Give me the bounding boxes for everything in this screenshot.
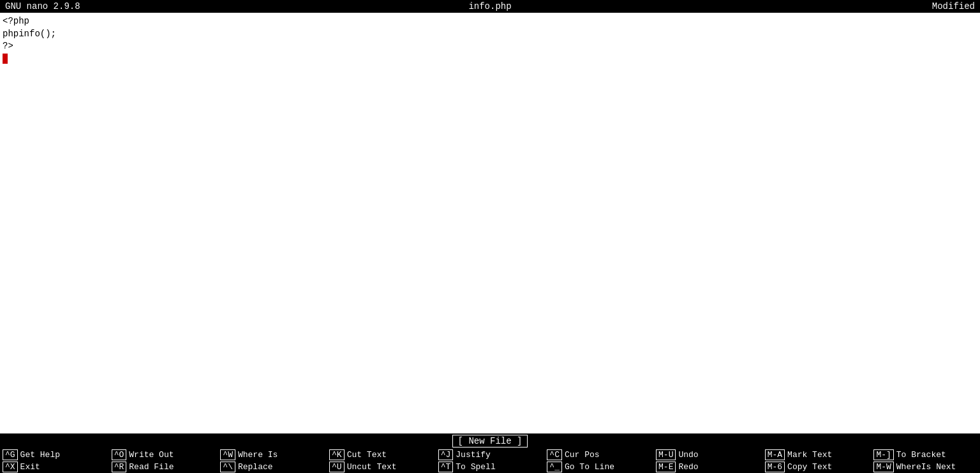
shortcut-item[interactable]: ^CCur Pos xyxy=(544,449,653,460)
shortcut-key: ^U xyxy=(329,462,345,472)
shortcut-key: ^X xyxy=(3,462,18,472)
shortcut-key: ^G xyxy=(3,449,18,460)
shortcut-label: Exit xyxy=(20,462,40,472)
shortcut-bar-row2: ^XExit^RRead File^\Replace^UUncut Text^T… xyxy=(0,461,980,473)
shortcut-key: ^C xyxy=(547,449,562,460)
modified-status: Modified xyxy=(651,1,975,11)
shortcut-label: Copy Text xyxy=(787,462,832,472)
shortcut-label: Get Help xyxy=(20,450,60,460)
shortcut-key: ^_ xyxy=(547,462,562,472)
shortcut-key: M-U xyxy=(656,449,676,460)
shortcut-label: WhereIs Next xyxy=(896,462,956,472)
app-name: GNU nano 2.9.8 xyxy=(5,1,329,11)
shortcut-item[interactable]: ^RRead File xyxy=(109,462,218,472)
text-cursor xyxy=(3,54,8,64)
shortcut-item[interactable]: M-WWhereIs Next xyxy=(871,462,980,472)
shortcut-label: Go To Line xyxy=(565,462,614,472)
shortcut-label: Read File xyxy=(129,462,174,472)
editor-line: phpinfo(); xyxy=(3,28,977,41)
shortcut-label: Uncut Text xyxy=(347,462,397,472)
shortcut-item[interactable]: ^JJustify xyxy=(436,449,545,460)
shortcut-key: ^T xyxy=(438,462,454,472)
shortcut-key: ^J xyxy=(438,449,454,460)
shortcut-item[interactable]: M-UUndo xyxy=(653,449,762,460)
shortcut-label: Cut Text xyxy=(347,450,387,460)
shortcut-item[interactable]: ^WWhere Is xyxy=(218,449,327,460)
shortcut-key: ^O xyxy=(112,449,127,460)
shortcut-label: Cur Pos xyxy=(565,450,600,460)
shortcut-key: ^\ xyxy=(220,462,235,472)
shortcut-item[interactable]: M-ERedo xyxy=(653,462,762,472)
shortcut-item[interactable]: M-]To Bracket xyxy=(871,449,980,460)
shortcut-bar-row1: ^GGet Help^OWrite Out^WWhere Is^KCut Tex… xyxy=(0,449,980,461)
shortcut-item[interactable]: ^\Replace xyxy=(218,462,327,472)
shortcut-label: Mark Text xyxy=(787,450,832,460)
shortcut-label: Replace xyxy=(238,462,273,472)
shortcut-item[interactable]: ^KCut Text xyxy=(327,449,436,460)
shortcut-item[interactable]: ^OWrite Out xyxy=(109,449,218,460)
shortcut-item[interactable]: ^XExit xyxy=(0,462,109,472)
shortcut-item[interactable]: ^_Go To Line xyxy=(544,462,653,472)
editor-line: ?> xyxy=(3,40,977,53)
shortcut-key: ^R xyxy=(112,462,127,472)
notification-box: [ New File ] xyxy=(452,435,528,448)
title-bar: GNU nano 2.9.8 info.php Modified xyxy=(0,0,980,13)
shortcut-label: Where Is xyxy=(238,450,278,460)
shortcut-label: Undo xyxy=(678,450,698,460)
shortcut-label: To Bracket xyxy=(896,450,946,460)
shortcut-key: M-A xyxy=(765,449,785,460)
shortcut-key: M-] xyxy=(873,449,893,460)
shortcut-item[interactable]: ^UUncut Text xyxy=(327,462,436,472)
editor-content: <?phpphpinfo();?> xyxy=(3,15,977,65)
shortcut-key: ^W xyxy=(220,449,235,460)
shortcut-item[interactable]: M-AMark Text xyxy=(762,449,872,460)
notification-bar: [ New File ] xyxy=(0,433,980,449)
shortcut-item[interactable]: ^TTo Spell xyxy=(436,462,545,472)
filename: info.php xyxy=(329,1,652,11)
shortcut-key: M-W xyxy=(873,462,893,472)
shortcut-label: Redo xyxy=(678,462,698,472)
shortcut-key: M-6 xyxy=(765,462,785,472)
shortcut-key: ^K xyxy=(329,449,345,460)
shortcut-label: To Spell xyxy=(456,462,495,472)
shortcut-label: Write Out xyxy=(129,450,174,460)
shortcut-item[interactable]: ^GGet Help xyxy=(0,449,109,460)
shortcut-label: Justify xyxy=(456,450,491,460)
cursor-line xyxy=(3,53,977,66)
editor-line: <?php xyxy=(3,15,977,28)
editor-area[interactable]: <?phpphpinfo();?> xyxy=(0,13,980,433)
shortcut-key: M-E xyxy=(656,462,676,472)
shortcut-item[interactable]: M-6Copy Text xyxy=(762,462,872,472)
